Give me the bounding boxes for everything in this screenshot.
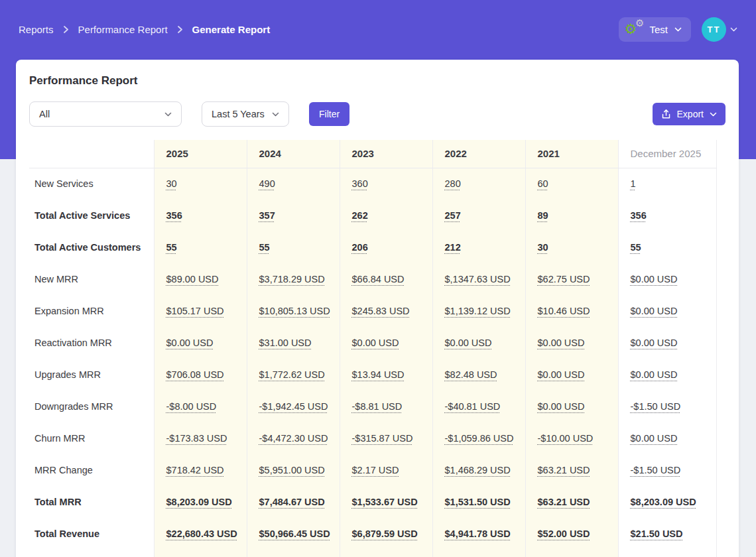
chevron-down-icon: [674, 27, 682, 32]
metric-value[interactable]: -$40.81 USD: [445, 401, 501, 412]
chevron-down-icon[interactable]: [730, 27, 737, 32]
metric-value[interactable]: 212: [445, 242, 461, 253]
metric-value[interactable]: -$315.87 USD: [352, 433, 413, 444]
metric-value[interactable]: $2.17 USD: [352, 465, 399, 475]
column-header-2021: 2021: [525, 140, 618, 168]
metric-value[interactable]: $0.00 USD: [631, 338, 678, 348]
metric-value[interactable]: $13.94 USD: [352, 369, 405, 380]
metric-value[interactable]: $0.00 USD: [352, 338, 399, 348]
category-select[interactable]: All: [29, 101, 182, 127]
metric-value[interactable]: -$1,942.45 USD: [259, 401, 328, 412]
metric-value[interactable]: 89: [538, 210, 548, 221]
export-button[interactable]: Export: [653, 103, 725, 125]
metric-value[interactable]: 257: [445, 210, 461, 221]
metric-value[interactable]: -$173.83 USD: [166, 433, 227, 444]
metric-value[interactable]: $22,680.43 USD: [166, 528, 237, 539]
breadcrumb-item-generate-report: Generate Report: [192, 24, 271, 35]
metric-value[interactable]: $5,951.00 USD: [259, 465, 325, 475]
metric-value[interactable]: $6,879.59 USD: [352, 528, 418, 539]
filter-button[interactable]: Filter: [309, 102, 349, 126]
metric-value[interactable]: $0.00 USD: [538, 369, 585, 380]
table-row: Reactivation MRR $0.00 USD $31.00 USD $0…: [29, 327, 716, 359]
table-row: New Services 30 490 360 280 60 1: [29, 168, 716, 200]
metric-value[interactable]: -$10.00 USD: [538, 433, 594, 444]
metric-value[interactable]: $7,484.67 USD: [259, 497, 325, 507]
metric-value[interactable]: $50,966.45 USD: [259, 528, 330, 539]
metric-value[interactable]: $63.21 USD: [538, 497, 590, 507]
metric-value[interactable]: 356: [166, 210, 182, 221]
metric-value[interactable]: $706.08 USD: [166, 369, 224, 380]
metric-value[interactable]: $10.46 USD: [538, 306, 590, 316]
export-button-label: Export: [677, 109, 704, 119]
metric-value[interactable]: 55: [166, 242, 177, 253]
metric-value[interactable]: -$1.50 USD: [631, 401, 681, 412]
metric-value[interactable]: $0.00 USD: [631, 369, 678, 380]
metric-value[interactable]: $89.00 USD: [166, 274, 219, 284]
metric-value[interactable]: $0.00 USD: [631, 433, 678, 444]
metric-value[interactable]: $63.21 USD: [538, 465, 590, 475]
workspace-selector-button[interactable]: ⚙⚙ Test: [619, 17, 691, 42]
metric-value[interactable]: $0.00 USD: [631, 274, 678, 284]
breadcrumb-item-performance-report[interactable]: Performance Report: [78, 24, 168, 35]
metric-value[interactable]: $31.00 USD: [259, 338, 312, 348]
user-avatar[interactable]: TT: [702, 17, 726, 42]
metric-value[interactable]: 206: [352, 242, 368, 253]
metric-value[interactable]: $0.00 USD: [631, 306, 678, 316]
metric-value[interactable]: 55: [631, 242, 641, 253]
metric-value[interactable]: $8,203.09 USD: [166, 497, 232, 507]
breadcrumb-item-reports[interactable]: Reports: [19, 24, 54, 35]
workspace-name: Test: [649, 24, 668, 35]
metric-value[interactable]: $718.42 USD: [166, 465, 224, 475]
metric-value[interactable]: -$8.81 USD: [352, 401, 403, 412]
metric-value[interactable]: 55: [259, 242, 270, 253]
metric-value[interactable]: $0.00 USD: [538, 401, 585, 412]
metric-value[interactable]: 356: [631, 210, 647, 221]
metric-value[interactable]: $66.84 USD: [352, 274, 405, 284]
metric-value[interactable]: 262: [352, 210, 368, 221]
metric-value[interactable]: 30: [538, 242, 548, 253]
metric-value[interactable]: $10,805.13 USD: [259, 306, 330, 316]
chevron-right-icon: [63, 25, 69, 34]
double-gear-icon: ⚙⚙: [625, 21, 643, 37]
metric-value[interactable]: $82.48 USD: [445, 369, 497, 380]
chevron-right-icon: [177, 25, 183, 34]
metric-value[interactable]: $62.75 USD: [538, 274, 590, 284]
table-row: Total Active Customers 55 55 206 212 30 …: [29, 231, 716, 263]
metric-value[interactable]: -$1,059.86 USD: [445, 433, 514, 444]
metric-value[interactable]: 360: [352, 178, 368, 189]
metric-value[interactable]: $52.00 USD: [538, 528, 590, 539]
metric-value[interactable]: $105.17 USD: [166, 306, 224, 316]
chevron-down-icon: [164, 112, 172, 117]
table-row: Total Active Services 356 357 262 257 89…: [29, 200, 716, 231]
metric-value[interactable]: $1,772.62 USD: [259, 369, 325, 380]
metric-value[interactable]: $3,718.29 USD: [259, 274, 325, 284]
metric-value[interactable]: 60: [538, 178, 548, 189]
metric-value[interactable]: $0.00 USD: [166, 338, 214, 348]
metric-value[interactable]: 357: [259, 210, 275, 221]
metric-value[interactable]: $0.00 USD: [445, 338, 492, 348]
metric-value[interactable]: 30: [166, 178, 177, 189]
row-label: Churn MRR: [29, 422, 154, 454]
metric-value[interactable]: $1,139.12 USD: [445, 306, 511, 316]
metric-value[interactable]: -$1.50 USD: [631, 465, 681, 475]
metric-value[interactable]: $1,531.50 USD: [445, 497, 511, 507]
metric-value[interactable]: -$8.00 USD: [166, 401, 217, 412]
date-range-select-value: Last 5 Years: [212, 109, 265, 119]
table-row: Upgrades MRR $706.08 USD $1,772.62 USD $…: [29, 359, 716, 391]
share-upload-icon: [661, 109, 671, 119]
metric-value[interactable]: $,1347.63 USD: [445, 274, 511, 284]
metric-value[interactable]: $8,203.09 USD: [631, 497, 696, 507]
metric-value[interactable]: $245.83 USD: [352, 306, 410, 316]
metric-value[interactable]: $4,941.78 USD: [445, 528, 511, 539]
report-table-body: New Services 30 490 360 280 60 1 Total A…: [29, 168, 716, 557]
metric-value[interactable]: $1,468.29 USD: [445, 465, 511, 475]
metric-value[interactable]: $1,533.67 USD: [352, 497, 418, 507]
metric-value[interactable]: 280: [445, 178, 461, 189]
metric-value[interactable]: 490: [259, 178, 275, 189]
date-range-select[interactable]: Last 5 Years: [202, 101, 289, 127]
metric-value[interactable]: $0.00 USD: [538, 338, 585, 348]
metric-value[interactable]: $21.50 USD: [631, 528, 683, 539]
filter-controls-row: All Last 5 Years Filter Export: [29, 101, 725, 127]
metric-value[interactable]: -$4,472.30 USD: [259, 433, 328, 444]
metric-value[interactable]: 1: [631, 178, 636, 189]
